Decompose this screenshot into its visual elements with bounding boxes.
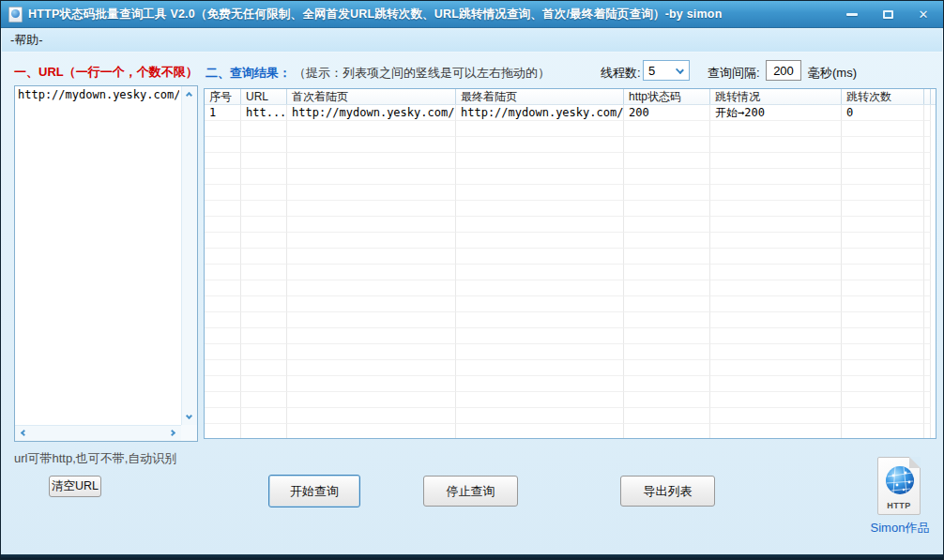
- start-query-button[interactable]: 开始查询: [268, 475, 360, 507]
- export-list-button[interactable]: 导出列表: [620, 476, 715, 507]
- table-row: [205, 376, 936, 392]
- table-cell: [624, 217, 710, 233]
- table-cell: [241, 360, 287, 376]
- column-header-6[interactable]: 跳转次数: [842, 89, 924, 104]
- minimize-button[interactable]: [840, 6, 864, 23]
- table-cell: 0: [842, 105, 924, 121]
- table-cell: [287, 280, 456, 296]
- table-cell: [842, 344, 924, 360]
- column-header-0[interactable]: 序号: [205, 89, 241, 104]
- table-cell: [710, 185, 842, 201]
- close-button[interactable]: ✕: [911, 6, 936, 23]
- table-cell: [624, 344, 710, 360]
- scroll-left-icon[interactable]: [19, 430, 26, 437]
- table-cell: [710, 328, 842, 344]
- column-header-5[interactable]: 跳转情况: [710, 89, 842, 104]
- table-cell: [710, 296, 842, 312]
- table-cell: [624, 153, 710, 169]
- table-cell: [624, 392, 710, 408]
- scroll-up-icon[interactable]: [186, 90, 193, 98]
- table-cell: [287, 169, 456, 185]
- table-cell: [287, 408, 456, 424]
- table-cell: [924, 392, 931, 408]
- table-cell: [624, 137, 710, 153]
- table-cell: [205, 280, 241, 296]
- window-controls: ✕: [840, 6, 936, 23]
- table-cell: 1: [205, 105, 241, 121]
- table-cell: [710, 121, 842, 137]
- table-cell: [710, 233, 842, 249]
- table-cell: [241, 376, 287, 392]
- table-cell: [842, 249, 924, 265]
- table-cell: 开始→200: [710, 105, 842, 121]
- column-header-1[interactable]: URL: [241, 89, 287, 104]
- table-cell: [842, 408, 924, 424]
- table-cell: [241, 312, 287, 328]
- table-cell: [842, 392, 924, 408]
- table-cell: [924, 265, 931, 280]
- scrollbar-corner: [181, 425, 197, 441]
- url-note: url可带http,也可不带,自动识别: [14, 450, 176, 467]
- table-cell: [205, 169, 241, 185]
- table-cell: [710, 217, 842, 233]
- table-cell: http://mydown.yesky.com/: [456, 105, 624, 121]
- table-cell: [624, 185, 710, 201]
- vertical-scrollbar[interactable]: [181, 86, 197, 425]
- table-cell: [241, 201, 287, 217]
- window-title: HTTP状态码批量查询工具 V2.0（免费无任何限制、全网首发URL跳转次数、U…: [28, 7, 723, 23]
- column-header-2[interactable]: 首次着陆页: [287, 89, 456, 104]
- table-cell: [624, 265, 710, 280]
- table-cell: [456, 312, 624, 328]
- results-section-heading: 二、查询结果：: [206, 65, 291, 82]
- table-cell: [710, 153, 842, 169]
- table-row: [205, 392, 936, 408]
- table-cell: [924, 344, 931, 360]
- table-row: [205, 328, 936, 344]
- table-cell: [241, 153, 287, 169]
- horizontal-scrollbar[interactable]: [15, 425, 181, 441]
- url-textarea[interactable]: http://mydown.yesky.com/: [14, 85, 198, 442]
- interval-input[interactable]: [766, 60, 801, 81]
- table-cell: [710, 392, 842, 408]
- table-row: [205, 153, 936, 169]
- table-cell: [710, 408, 842, 424]
- table-cell: [842, 201, 924, 217]
- table-cell: [924, 360, 931, 376]
- menu-item-help[interactable]: -帮助-: [10, 32, 43, 49]
- table-cell: [241, 424, 287, 439]
- interval-unit-label: 毫秒(ms): [808, 65, 857, 82]
- credit-text: Simon作品: [864, 520, 936, 537]
- table-cell: [710, 344, 842, 360]
- table-cell: [710, 249, 842, 265]
- column-header-7[interactable]: [924, 89, 931, 104]
- table-cell: [842, 137, 924, 153]
- column-header-4[interactable]: http状态码: [624, 89, 710, 104]
- table-row: [205, 217, 936, 233]
- table-row[interactable]: 1htt...http://mydown.yesky.com/http://my…: [205, 105, 936, 121]
- table-cell: [287, 312, 456, 328]
- table-cell: [456, 169, 624, 185]
- table-cell: [924, 137, 931, 153]
- table-cell: [456, 360, 624, 376]
- title-bar[interactable]: HTTP状态码批量查询工具 V2.0（免费无任何限制、全网首发URL跳转次数、U…: [1, 1, 943, 28]
- app-icon: [8, 7, 23, 23]
- table-cell: [456, 185, 624, 201]
- clear-url-button[interactable]: 清空URL: [49, 476, 101, 497]
- table-cell: [205, 408, 241, 424]
- url-section-heading: 一、URL（一行一个，个数不限）: [14, 64, 198, 81]
- table-cell: [710, 169, 842, 185]
- table-cell: [624, 233, 710, 249]
- table-cell: [924, 249, 931, 265]
- scroll-right-icon[interactable]: [170, 430, 177, 437]
- threads-select[interactable]: 5: [643, 60, 690, 81]
- table-cell: [456, 265, 624, 280]
- maximize-button[interactable]: [875, 6, 900, 23]
- results-table: 序号URL首次着陆页最终着陆页http状态码跳转情况跳转次数 1htt...ht…: [204, 88, 936, 439]
- stop-query-button[interactable]: 停止查询: [423, 476, 518, 507]
- scroll-down-icon[interactable]: [186, 414, 193, 421]
- menu-bar: -帮助-: [2, 29, 942, 53]
- table-cell: [624, 280, 710, 296]
- table-cell: [205, 265, 241, 280]
- column-header-3[interactable]: 最终着陆页: [456, 89, 624, 104]
- table-cell: [842, 217, 924, 233]
